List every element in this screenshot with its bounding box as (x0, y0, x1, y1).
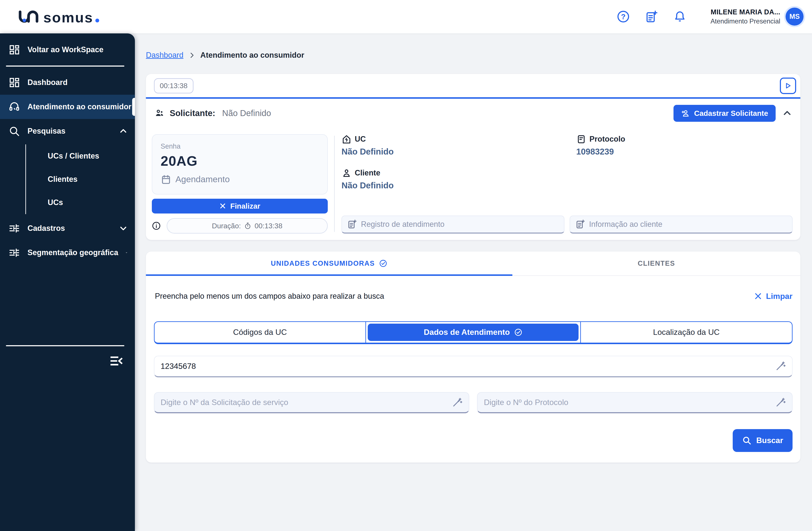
grid-icon (9, 77, 20, 88)
sidebar-label: Voltar ao WorkSpace (28, 45, 103, 54)
protocolo-label: Protocolo (590, 135, 625, 144)
protocolo-input[interactable] (484, 398, 775, 407)
solicitacao-field[interactable] (154, 392, 469, 413)
buscar-button[interactable]: Buscar (733, 429, 793, 452)
sidebar-item-atendimento[interactable]: Atendimento ao consumidor (0, 95, 135, 119)
sidebar-label: Dashboard (28, 78, 68, 87)
uc-value: Não Definido (342, 147, 576, 157)
solicitacao-input[interactable] (161, 398, 452, 407)
sidebar-label: Atendimento ao consumidor (28, 102, 131, 111)
uc-code-input[interactable] (161, 362, 775, 371)
vertical-divider (334, 136, 335, 232)
sliders-icon (9, 223, 20, 234)
informacao-cliente-field[interactable] (570, 216, 793, 234)
app-root: somus ? MILENE MARIA DA... Atendimento P… (0, 0, 812, 531)
help-icon[interactable]: ? (618, 11, 629, 23)
cliente-value: Não Definido (342, 181, 576, 190)
sidebar-subitem-clientes[interactable]: Clientes (26, 168, 135, 191)
avatar[interactable]: MS (786, 8, 803, 26)
registro-atendimento-field[interactable] (342, 216, 564, 234)
sidebar-collapse-row (0, 350, 135, 372)
sidebar: Voltar ao WorkSpace Dashboard Atendiment… (0, 33, 135, 531)
uc-label: UC (355, 135, 366, 144)
sidebar-divider (6, 65, 124, 67)
grid-icon (9, 44, 20, 56)
senha-value: 20AG (161, 153, 319, 169)
sliders-icon (9, 247, 20, 259)
duracao-label: Duração: (212, 222, 241, 230)
sidebar-item-cadastros[interactable]: Cadastros (0, 216, 135, 240)
search-icon (742, 436, 752, 445)
calendar-icon (161, 174, 171, 185)
cadastrar-solicitante-button[interactable]: Cadastrar Solicitante (673, 105, 775, 122)
sidebar-item-workspace[interactable]: Voltar ao WorkSpace (0, 38, 135, 62)
somus-logo: somus (18, 9, 99, 25)
magic-wand-icon[interactable] (775, 397, 786, 408)
registro-atendimento-input[interactable] (361, 220, 559, 229)
note-add-icon (347, 219, 357, 229)
breadcrumb: Dashboard Atendimento ao consumidor (146, 51, 800, 60)
sidebar-item-pesquisas[interactable]: Pesquisas (0, 119, 135, 143)
check-circle-icon (379, 259, 387, 268)
new-note-icon[interactable] (645, 10, 658, 23)
person-add-icon (681, 109, 690, 118)
solicitante-value: Não Definido (222, 108, 271, 118)
close-icon (754, 292, 762, 300)
protocol-document-icon (576, 134, 586, 144)
info-icon[interactable] (152, 221, 161, 231)
collapse-sidebar-icon[interactable] (110, 354, 123, 368)
check-circle-icon (514, 328, 523, 337)
logo-wordmark: somus (43, 10, 99, 25)
magic-wand-icon[interactable] (775, 361, 786, 371)
note-add-icon (575, 219, 585, 229)
close-icon (219, 203, 226, 209)
tab-bar: UNIDADES CONSUMIDORAS CLIENTES (146, 252, 800, 276)
search-icon (9, 126, 20, 137)
somus-logo-icon (18, 9, 39, 25)
logo-dot (96, 19, 99, 23)
sidebar-label: Pesquisas (28, 127, 66, 135)
tab-unidades-consumidoras[interactable]: UNIDADES CONSUMIDORAS (146, 252, 512, 276)
protocolo-field[interactable] (477, 392, 792, 413)
senha-label: Senha (161, 143, 319, 150)
user-role: Atendimento Presencial (710, 17, 780, 25)
sidebar-bottom-divider (6, 345, 124, 346)
search-card: UNIDADES CONSUMIDORAS CLIENTES Preencha … (146, 252, 800, 462)
collapse-panel-chevron-icon[interactable] (782, 108, 792, 118)
sidebar-label: Cadastros (28, 224, 65, 233)
notifications-bell-icon[interactable] (673, 10, 686, 23)
sidebar-subitem-ucs-clientes[interactable]: UCs / Clientes (26, 144, 135, 168)
breadcrumb-dashboard-link[interactable]: Dashboard (146, 51, 183, 60)
solicitante-row: Solicitante: Não Definido Cadastrar Soli… (146, 99, 800, 128)
top-header: somus ? MILENE MARIA DA... Atendimento P… (0, 0, 812, 33)
segment-dados-atendimento[interactable]: Dados de Atendimento (365, 322, 580, 343)
main-content: Dashboard Atendimento ao consumidor 00:1… (135, 33, 812, 531)
attendance-card: 00:13:38 Solicitante: Não Definido (146, 74, 800, 240)
limpar-button[interactable]: Limpar (754, 292, 793, 301)
segment-localizacao-uc[interactable]: Localização da UC (580, 322, 792, 343)
user-menu[interactable]: MILENE MARIA DA... Atendimento Presencia… (710, 8, 803, 26)
play-button[interactable] (780, 77, 796, 94)
tab-clientes[interactable]: CLIENTES (512, 252, 800, 276)
headset-icon (9, 101, 20, 113)
uc-code-field[interactable] (154, 356, 793, 378)
magic-wand-icon[interactable] (452, 397, 462, 408)
duracao-value: 00:13:38 (255, 222, 282, 230)
timer-bar: 00:13:38 (146, 74, 800, 99)
chevron-down-icon (119, 224, 128, 233)
search-hint: Preencha pelo menos um dos campos abaixo… (154, 292, 384, 300)
chevron-up-icon (119, 127, 128, 135)
sidebar-label: Segmentação geográfica (28, 248, 118, 257)
finalizar-button[interactable]: Finalizar (152, 199, 328, 213)
timer-chip: 00:13:38 (154, 78, 193, 94)
pesquisas-subgroup: UCs / Clientes Clientes UCs (25, 144, 135, 214)
senha-card: Senha 20AG Agendamento (152, 134, 328, 194)
segment-codigos-uc[interactable]: Códigos da UC (155, 322, 366, 343)
sidebar-item-segmentacao[interactable]: Segmentação geográfica (0, 240, 135, 265)
sidebar-item-dashboard[interactable]: Dashboard (0, 70, 135, 95)
uc-house-icon (342, 134, 352, 144)
user-name: MILENE MARIA DA... (710, 8, 780, 16)
person-icon (342, 168, 352, 178)
sidebar-subitem-ucs[interactable]: UCs (26, 191, 135, 214)
informacao-cliente-input[interactable] (589, 220, 787, 229)
